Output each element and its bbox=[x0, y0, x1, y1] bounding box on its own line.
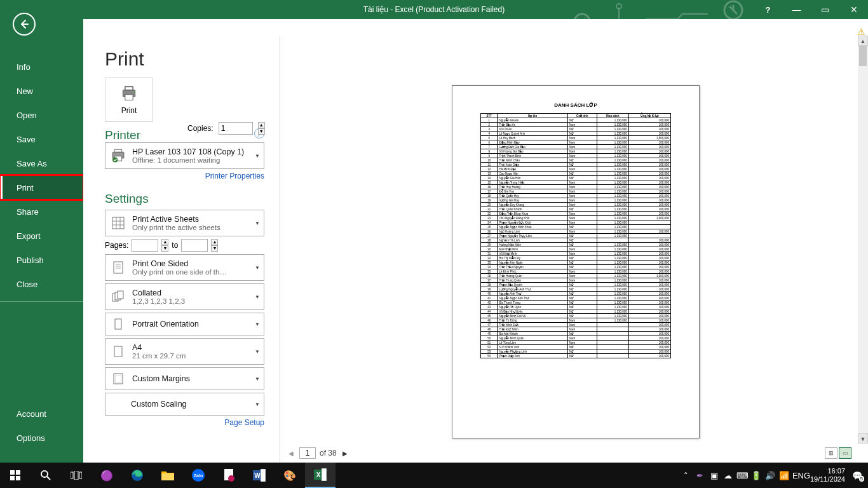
pages-to-spinner[interactable]: ▲▼ bbox=[211, 239, 218, 252]
search-button[interactable] bbox=[31, 463, 61, 488]
chevron-down-icon: ▼ bbox=[255, 265, 260, 271]
tray-onedrive-icon[interactable]: ☁ bbox=[722, 471, 734, 480]
nav-close[interactable]: Close bbox=[0, 272, 83, 296]
printer-selector[interactable]: HP Laser 103 107 108 (Copy 1) Offline: 1… bbox=[105, 142, 264, 169]
print-what-selector[interactable]: Print Active Sheets Only print the activ… bbox=[105, 210, 264, 236]
nav-account[interactable]: Account bbox=[0, 402, 83, 426]
scaling-selector[interactable]: Custom Scaling ▼ bbox=[105, 393, 264, 416]
preview-scrollbar[interactable]: ▲ ▼ bbox=[858, 36, 868, 444]
scroll-up-icon[interactable]: ▲ bbox=[858, 36, 868, 46]
svg-rect-3 bbox=[125, 87, 133, 90]
one-sided-icon bbox=[109, 259, 127, 276]
svg-rect-21 bbox=[16, 470, 20, 475]
taskbar-zalo-icon[interactable]: Zalo bbox=[183, 463, 214, 488]
copies-input[interactable] bbox=[219, 122, 253, 135]
nav-new[interactable]: New bbox=[0, 79, 83, 103]
svg-rect-15 bbox=[118, 291, 123, 299]
nav-save-as[interactable]: Save As bbox=[0, 151, 83, 175]
tray-battery-icon[interactable]: 🔋 bbox=[750, 471, 762, 480]
portrait-icon bbox=[109, 315, 127, 333]
pages-from-spinner[interactable]: ▲▼ bbox=[161, 239, 168, 252]
svg-rect-11 bbox=[112, 217, 124, 229]
chevron-down-icon: ▼ bbox=[255, 322, 260, 327]
svg-text:X: X bbox=[316, 471, 321, 478]
pages-to-input[interactable] bbox=[181, 239, 208, 252]
printer-properties-link[interactable]: Printer Properties bbox=[205, 172, 264, 180]
tray-wifi-icon[interactable]: 📶 bbox=[778, 471, 790, 480]
pages-from-input[interactable] bbox=[132, 239, 158, 252]
svg-rect-26 bbox=[74, 471, 78, 480]
taskbar-copilot-icon[interactable]: 🟣 bbox=[92, 463, 122, 488]
current-page-input[interactable] bbox=[299, 447, 316, 459]
svg-rect-17 bbox=[114, 346, 122, 356]
nav-options[interactable]: Options bbox=[0, 426, 83, 450]
taskbar-explorer-icon[interactable] bbox=[153, 463, 183, 488]
page-count-label: of 38 bbox=[320, 449, 337, 458]
close-window-button[interactable]: ✕ bbox=[839, 0, 868, 19]
zoom-to-page-button[interactable]: ▭ bbox=[839, 447, 851, 459]
minimize-button[interactable]: — bbox=[782, 0, 811, 19]
scroll-thumb[interactable] bbox=[859, 46, 867, 66]
pages-to-label: to bbox=[172, 241, 178, 250]
show-margins-button[interactable]: ⊞ bbox=[825, 447, 837, 459]
print-sided-selector[interactable]: Print One Sided Only print on one side o… bbox=[105, 254, 264, 281]
taskbar-app-icon[interactable] bbox=[214, 463, 244, 488]
window-title: Tài liệu - Excel (Product Activation Fai… bbox=[363, 5, 505, 14]
orientation-selector[interactable]: Portrait Orientation ▼ bbox=[105, 313, 264, 336]
copies-label: Copies: bbox=[187, 124, 214, 133]
nav-print[interactable]: Print bbox=[0, 175, 83, 200]
chevron-down-icon: ▼ bbox=[255, 402, 260, 407]
collated-icon bbox=[109, 288, 127, 306]
back-arrow-icon bbox=[18, 18, 30, 30]
nav-share[interactable]: Share bbox=[0, 200, 83, 224]
page-setup-link[interactable]: Page Setup bbox=[224, 418, 264, 427]
svg-point-31 bbox=[228, 475, 234, 482]
paper-icon bbox=[109, 342, 127, 360]
back-button[interactable] bbox=[13, 13, 36, 36]
svg-rect-37 bbox=[322, 468, 327, 481]
svg-rect-29 bbox=[161, 473, 174, 480]
tray-feather-icon[interactable]: ✒ bbox=[695, 471, 706, 480]
settings-heading: Settings bbox=[105, 192, 264, 206]
pages-label: Pages: bbox=[105, 241, 128, 250]
chevron-down-icon: ▼ bbox=[255, 376, 260, 382]
nav-info[interactable]: Info bbox=[0, 55, 83, 79]
paper-size-selector[interactable]: A4 21 cm x 29.7 cm ▼ bbox=[105, 338, 264, 365]
titlebar-decor bbox=[569, 0, 760, 36]
printer-icon bbox=[120, 85, 138, 102]
margins-selector[interactable]: Custom Margins ▼ bbox=[105, 367, 264, 390]
taskbar-edge-icon[interactable] bbox=[122, 463, 153, 488]
print-preview-area: DANH SÁCH LỚP STTHọ tênGiới tínhMua sách… bbox=[280, 36, 868, 463]
active-sheets-icon bbox=[109, 214, 127, 232]
nav-save[interactable]: Save bbox=[0, 127, 83, 151]
svg-rect-20 bbox=[10, 470, 15, 475]
svg-point-24 bbox=[41, 471, 48, 477]
taskbar-excel-icon[interactable]: X bbox=[305, 463, 336, 488]
prev-page-button[interactable]: ◀ bbox=[287, 450, 295, 457]
tray-language[interactable]: ENG bbox=[792, 471, 804, 480]
nav-open[interactable]: Open bbox=[0, 103, 83, 127]
copies-spinner[interactable]: ▲▼ bbox=[258, 122, 265, 135]
start-button[interactable] bbox=[0, 463, 31, 488]
tray-notifications-icon[interactable]: 💬5 bbox=[851, 471, 863, 480]
restore-button[interactable]: ▭ bbox=[811, 0, 839, 19]
tray-keyboard-icon[interactable]: ⌨ bbox=[736, 471, 748, 480]
tray-volume-icon[interactable]: 🔊 bbox=[764, 471, 776, 480]
taskbar-paint-icon[interactable]: 🎨 bbox=[275, 463, 305, 488]
svg-point-10 bbox=[112, 157, 118, 162]
nav-export[interactable]: Export bbox=[0, 224, 83, 248]
nav-publish[interactable]: Publish bbox=[0, 248, 83, 272]
scroll-down-icon[interactable]: ▼ bbox=[858, 433, 868, 444]
tray-clock[interactable]: 16:07 19/11/2024 bbox=[806, 467, 849, 484]
collate-selector[interactable]: Collated 1,2,3 1,2,3 1,2,3 ▼ bbox=[105, 283, 264, 310]
print-heading: Print bbox=[105, 48, 264, 70]
next-page-button[interactable]: ▶ bbox=[341, 450, 349, 457]
tray-app-icon[interactable]: ▣ bbox=[709, 471, 720, 480]
windows-taskbar: 🟣 Zalo W 🎨 X ˄ ✒ ▣ ☁ ⌨ 🔋 🔊 📶 ENG 16:07 1… bbox=[0, 463, 868, 488]
task-view-button[interactable] bbox=[61, 463, 92, 488]
print-button[interactable]: Print bbox=[105, 78, 153, 122]
svg-point-6 bbox=[133, 91, 134, 92]
tray-chevron-icon[interactable]: ˄ bbox=[681, 471, 692, 480]
svg-rect-5 bbox=[125, 95, 133, 100]
taskbar-word-icon[interactable]: W bbox=[244, 463, 275, 488]
